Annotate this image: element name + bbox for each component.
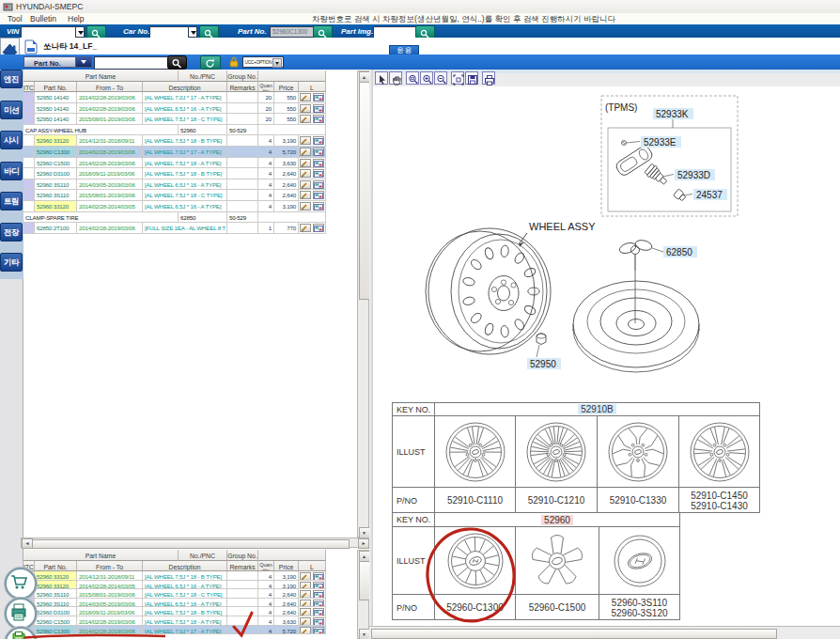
callout-52933e[interactable]: 52933E [641, 136, 681, 148]
group-row[interactable]: CAP ASSY-WHEEL HUB5296050-529 [23, 125, 326, 136]
part-row[interactable]: 52960 3S1102014/03/05-2019/03/06[AL WHEE… [23, 599, 326, 608]
vin-dropdown[interactable] [75, 26, 85, 38]
vin-search-button[interactable] [86, 25, 106, 39]
part-row[interactable]: 52950 141402014/02/28-2019/03/06[AL WHEE… [23, 103, 326, 115]
image-icon[interactable] [313, 224, 324, 232]
part-row[interactable]: 52960 331202014/02/28-2014/03/05[AL WHEE… [23, 201, 326, 212]
part-row[interactable]: 52960 D31002018/09/11-2019/03/06[AL WHEE… [23, 168, 326, 179]
edit-icon[interactable] [300, 202, 311, 210]
image-icon[interactable] [313, 600, 324, 608]
image-icon[interactable] [313, 590, 324, 599]
sidebar-item-1[interactable]: 미션 [0, 101, 23, 119]
menu-help[interactable]: Help [68, 14, 84, 23]
part-row[interactable]: 52960 3S1102014/03/05-2019/03/06[AL WHEE… [23, 179, 326, 191]
image-icon[interactable] [313, 104, 324, 113]
edit-icon[interactable] [300, 191, 311, 199]
edit-icon[interactable] [300, 627, 311, 635]
edit-icon[interactable] [300, 104, 311, 113]
illust-52960-3S110[interactable] [599, 527, 679, 595]
sidebar-item-3[interactable]: 바디 [0, 162, 23, 180]
image-icon[interactable] [313, 608, 324, 616]
print-list-button[interactable] [5, 598, 37, 630]
option-dropdown[interactable]: UCC+OPTION [242, 56, 284, 68]
image-icon[interactable] [313, 115, 324, 123]
image-icon[interactable] [313, 180, 324, 189]
group-row[interactable]: CLAMP-SPARE TIRE6285050-529 [23, 212, 326, 224]
hand-icon[interactable] [389, 71, 402, 85]
edit-icon[interactable] [300, 600, 311, 608]
image-icon[interactable] [313, 148, 324, 156]
partno-search-button[interactable] [313, 25, 333, 39]
edit-icon[interactable] [300, 582, 311, 590]
carno-search-button[interactable] [199, 25, 219, 39]
pno-52960-C1500[interactable]: 52960-C1500 [516, 595, 599, 620]
part-row[interactable]: 52960 D31002018/09/11-2019/03/06[AL WHEE… [23, 607, 326, 616]
illust-52910-C1110[interactable] [435, 416, 516, 488]
cart-button[interactable] [5, 568, 37, 600]
edit-icon[interactable] [300, 148, 311, 156]
key-no-value[interactable]: 52960 [435, 513, 679, 527]
partimg-search-button[interactable] [415, 25, 435, 39]
image-icon[interactable] [313, 202, 324, 210]
part-row[interactable]: 52960 C15002014/02/28-2019/03/06[AL WHEE… [23, 158, 326, 169]
parts-table-vscrollbar[interactable]: ▲ ▼ [357, 70, 369, 538]
part-row[interactable]: 62850 2T1002014/02/28-2019/03/06[FULL SI… [23, 223, 326, 234]
part-row[interactable]: 52960 C13002014/02/28-2019/03/06[AL WHEE… [23, 147, 326, 158]
part-search-button[interactable] [167, 55, 187, 70]
part-row[interactable]: 52960 331202014/12/31-2018/09/11[AL WHEE… [23, 571, 326, 581]
chevron-down-icon[interactable] [272, 58, 282, 68]
part-row[interactable]: 52950 141402015/08/01-2019/03/06[AL WHEE… [23, 114, 326, 125]
part-row[interactable]: 52960 331202014/12/31-2018/09/11[AL WHEE… [23, 135, 326, 147]
fit-icon[interactable] [451, 71, 464, 85]
search-type-combobox[interactable]: Part No. [23, 56, 92, 68]
print-icon[interactable] [482, 71, 495, 85]
image-icon[interactable] [313, 617, 324, 626]
illust-52910-C1210[interactable] [516, 416, 598, 488]
pno-52910-C1110[interactable]: 52910-C1110 [435, 488, 516, 513]
diagram-hscrollbar[interactable] [369, 626, 840, 639]
chevron-down-icon[interactable] [75, 57, 91, 67]
menu-tool[interactable]: Tool [8, 14, 23, 23]
parts-table-hscrollbar[interactable]: ◄ ► [21, 538, 369, 548]
selected-parts-vscrollbar[interactable]: ▲ ▼ [357, 550, 369, 639]
part-row[interactable]: 52960 331202014/02/28-2014/03/05[AL WHEE… [23, 581, 326, 590]
callout-24537[interactable]: 24537 [693, 189, 727, 200]
sidebar-item-5[interactable]: 전장 [0, 223, 23, 242]
sidebar-item-6[interactable]: 기타 [0, 253, 23, 272]
part-row[interactable]: 52960 3S1102015/08/01-2019/03/06[AL WHEE… [23, 190, 326, 201]
edit-icon[interactable] [300, 590, 311, 599]
sidebar-item-2[interactable]: 샤시 [0, 131, 23, 149]
part-row[interactable]: 52960 C13002014/02/28-2019/03/06[AL WHEE… [23, 626, 326, 635]
pno-52910-C1450[interactable]: 52910-C145052910-C1430 [679, 488, 759, 513]
pno-52960-C1300[interactable]: 52960-C1300 [435, 595, 516, 620]
pno-52910-C1210[interactable]: 52910-C1210 [516, 488, 598, 513]
partno-input[interactable]: 52960C1300 [270, 26, 314, 38]
cursor-icon[interactable] [375, 71, 388, 85]
zoom-out-icon[interactable] [434, 71, 447, 85]
image-icon[interactable] [313, 572, 324, 581]
image-icon[interactable] [313, 627, 324, 635]
edit-icon[interactable] [300, 93, 311, 101]
image-icon[interactable] [313, 169, 324, 178]
key-no-value[interactable]: 52910B [435, 403, 759, 416]
save-icon[interactable] [465, 71, 478, 85]
sidebar-item-4[interactable]: 트림 [0, 192, 23, 210]
sidebar-item-0[interactable]: 엔진 [0, 70, 23, 88]
zoom-region-icon[interactable] [406, 71, 419, 85]
edit-icon[interactable] [300, 608, 311, 616]
illust-52960-C1500[interactable] [516, 527, 599, 595]
edit-icon[interactable] [300, 115, 311, 123]
pno-52910-C1330[interactable]: 52910-C1330 [598, 488, 679, 513]
edit-icon[interactable] [300, 169, 311, 178]
edit-icon[interactable] [300, 617, 311, 626]
callout-62850[interactable]: 62850 [663, 246, 697, 257]
illust-52960-C1300[interactable] [435, 527, 516, 595]
callout-52950[interactable]: 52950 [527, 358, 561, 369]
edit-icon[interactable] [300, 224, 311, 232]
image-icon[interactable] [313, 582, 324, 590]
vehicle-tab-label[interactable]: 쏘나타 14_LF_ [43, 41, 97, 53]
illust-52910-C1450[interactable] [679, 416, 759, 488]
carno-dropdown[interactable] [188, 26, 197, 38]
part-search-input[interactable] [94, 56, 171, 70]
part-row[interactable]: 52960 3S1102015/08/01-2019/03/06[AL WHEE… [23, 589, 326, 599]
